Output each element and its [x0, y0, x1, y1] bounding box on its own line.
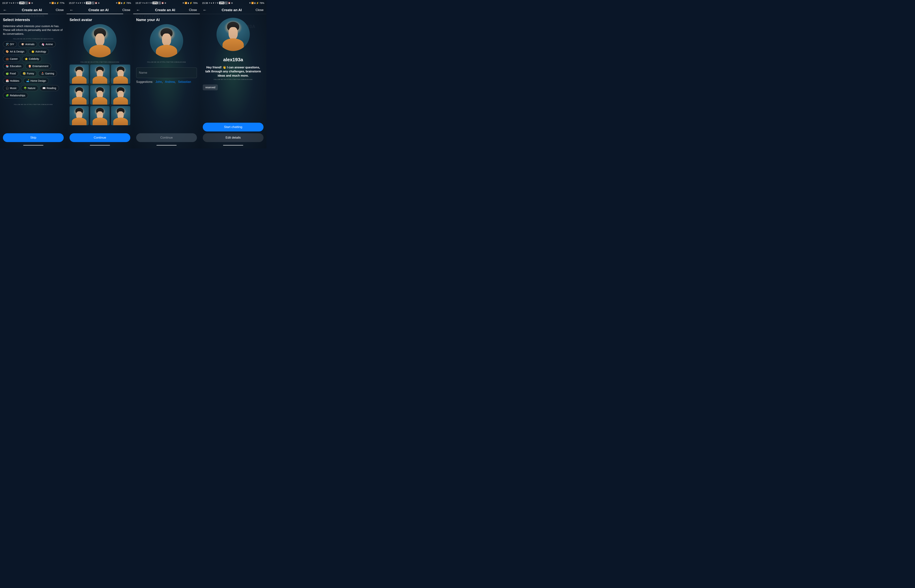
avatar-option-8[interactable] — [111, 106, 130, 125]
start-chatting-button[interactable]: Start chatting — [203, 123, 264, 131]
suggestions-label: Suggestions: — [136, 80, 153, 83]
status-bar: 15:37 ✈●⬇▽⬇VPNN⏰⊕ ✲📶▮ ⚡78% — [133, 0, 200, 5]
follow-line: FOLLOW ME ON HTTPS://TWITTER.COM/ALEX193… — [136, 61, 197, 63]
header: ← Create an AI Close — [200, 5, 266, 14]
screen-interests: 15:37 ✈●⬇▽⬇VPNN⏰⊕ ✲📶▮ ⚡77% ← Create an A… — [0, 0, 66, 149]
status-time: 15:38 — [202, 2, 208, 4]
home-indicator[interactable] — [90, 145, 110, 145]
reserved-chip[interactable]: reserved — [203, 84, 218, 90]
status-time: 15:37 — [135, 2, 141, 4]
header-title: Create an AI — [141, 8, 189, 12]
status-time: 15:37 — [69, 2, 75, 4]
header-title: Create an AI — [74, 8, 122, 12]
avatar-option-0[interactable] — [70, 65, 89, 84]
interest-chip-reading[interactable]: 📖Reading — [40, 85, 59, 91]
suggestion-sebastian[interactable]: Sebastian — [178, 80, 191, 83]
interest-chip-funny[interactable]: 🤣Funny — [20, 71, 37, 76]
back-arrow-icon[interactable]: ← — [203, 8, 208, 13]
avatar-option-3[interactable] — [70, 85, 89, 104]
section-title: Select avatar — [70, 18, 130, 22]
avatar-option-1[interactable] — [90, 65, 109, 84]
home-indicator[interactable] — [223, 145, 243, 145]
close-button[interactable]: Close — [56, 8, 64, 12]
follow-line-bottom: FOLLOW ME ON HTTPS://TWITTER.COM/ALEX193… — [3, 104, 64, 105]
header: ← Create an AI Close — [66, 5, 133, 14]
section-title: Select interests — [3, 18, 64, 22]
avatar-option-6[interactable] — [70, 106, 89, 125]
name-suggestions: Suggestions: John, Andrew, Sebastian — [136, 80, 197, 84]
avatar-option-7[interactable] — [90, 106, 109, 125]
interest-chip-gaming[interactable]: 🕹️Gaming — [38, 71, 57, 76]
back-arrow-icon[interactable]: ← — [136, 8, 141, 13]
interest-chip-diy[interactable]: 🛠️DIY — [3, 41, 17, 47]
progress-indicator — [0, 14, 66, 14]
battery-percent: 78% — [193, 2, 198, 4]
avatar-preview — [83, 24, 117, 57]
follow-line: FOLLOW ME ON HTTPS://TWITTER.COM/ALEX193… — [70, 61, 130, 63]
status-system-icons: ✲📶▮ — [49, 2, 56, 4]
header-title: Create an AI — [208, 8, 256, 12]
interest-chip-animals[interactable]: 🐶Animals — [18, 41, 37, 47]
ai-name: alex193a — [203, 57, 264, 63]
continue-button[interactable]: Continue — [70, 133, 130, 142]
avatar-option-4[interactable] — [90, 85, 109, 104]
close-button[interactable]: Close — [256, 8, 264, 12]
status-time: 15:37 — [2, 2, 8, 4]
section-description: Determine which interests your custom AI… — [3, 24, 64, 36]
interest-chips: 🛠️DIY🐶Animals🦄Anime🎨Art & Design🌟Astrolo… — [3, 41, 64, 99]
interest-chip-astrology[interactable]: 🌟Astrology — [29, 48, 49, 55]
interest-chip-hobbies[interactable]: 📅Hobbies — [3, 78, 22, 84]
interest-chip-food[interactable]: 🍏Food — [3, 71, 18, 76]
home-indicator[interactable] — [157, 145, 177, 145]
header: ← Create an AI Close — [133, 5, 200, 14]
interest-chip-anime[interactable]: 🦄Anime — [39, 41, 56, 47]
close-button[interactable]: Close — [122, 8, 130, 12]
suggestion-andrew[interactable]: Andrew — [165, 80, 175, 83]
header-title: Create an AI — [8, 8, 56, 12]
continue-button-disabled: Continue — [136, 133, 197, 142]
status-bar: 15:37 ✈●⬇▽⬇VPNN⏰⊕ ✲📶▮ ⚡77% — [0, 0, 66, 5]
back-arrow-icon[interactable]: ← — [70, 8, 74, 13]
battery-percent: 77% — [60, 2, 65, 4]
follow-line-top: FOLLOW ME ON HTTPS://THREADS.NET/@ALEX19… — [3, 38, 64, 39]
screen-avatar: 15:37 ✈●⬇▽⬇VPNN⏰⊕ ✲📶▮ ⚡78% ← Create an A… — [66, 0, 133, 149]
status-bar: 15:37 ✈●⬇▽⬇VPNN⏰⊕ ✲📶▮ ⚡78% — [66, 0, 133, 5]
avatar-option-2[interactable] — [111, 65, 130, 84]
progress-indicator — [66, 14, 133, 14]
battery-percent: 78% — [126, 2, 131, 4]
name-input[interactable] — [136, 68, 197, 78]
home-indicator[interactable] — [23, 145, 44, 145]
suggestion-john[interactable]: John — [155, 80, 162, 83]
edit-details-button[interactable]: Edit details — [203, 133, 264, 142]
status-system-icons: ✲📶▮ — [249, 2, 256, 4]
header: ← Create an AI Close — [0, 5, 66, 14]
status-notification-icons: ✈●⬇▽⬇VPNN⏰⊕ — [9, 2, 33, 4]
avatar-final — [217, 18, 250, 51]
status-notification-icons: ✈●⬇▽⬇VPNN⏰⊕ — [209, 2, 233, 4]
interest-chip-relationships[interactable]: 🧩Relationships — [3, 92, 28, 99]
battery-percent: 78% — [259, 2, 264, 4]
interest-chip-art-design[interactable]: 🎨Art & Design — [3, 48, 27, 55]
interest-chip-education[interactable]: 📚Education — [3, 63, 24, 69]
avatar-grid — [70, 65, 130, 125]
avatar-preview — [150, 24, 183, 57]
avatar-option-5[interactable] — [111, 85, 130, 104]
interest-chip-nature[interactable]: 🌳Nature — [21, 85, 38, 91]
interest-chip-entertainment[interactable]: 🍿Entertainment — [26, 63, 51, 69]
skip-button[interactable]: Skip — [3, 133, 64, 142]
status-system-icons: ✲📶▮ — [116, 2, 122, 4]
screen-final: 15:38 ✈●⬇▽⬇VPNN⏰⊕ ✲📶▮ ⚡78% ← Create an A… — [200, 0, 266, 149]
interest-chip-home-design[interactable]: 🛋️Home Design — [23, 78, 49, 84]
interest-chip-music[interactable]: 🎧Music — [3, 85, 19, 91]
back-arrow-icon[interactable]: ← — [3, 8, 8, 13]
status-notification-icons: ✈●⬇▽⬇VPNN⏰⊕ — [142, 2, 166, 4]
screen-name: 15:37 ✈●⬇▽⬇VPNN⏰⊕ ✲📶▮ ⚡78% ← Create an A… — [133, 0, 200, 149]
interest-chip-career[interactable]: 💼Career — [3, 56, 21, 62]
interest-chip-celebrity[interactable]: ⭐Celebrity — [22, 56, 42, 62]
section-title: Name your AI — [136, 18, 197, 22]
status-notification-icons: ✈●⬇▽⬇VPNN⏰⊕ — [76, 2, 100, 4]
status-system-icons: ✲📶▮ — [183, 2, 189, 4]
close-button[interactable]: Close — [189, 8, 197, 12]
ai-description: Hey friend! 👋 I can answer questions, ta… — [203, 65, 264, 78]
progress-indicator — [200, 14, 266, 14]
